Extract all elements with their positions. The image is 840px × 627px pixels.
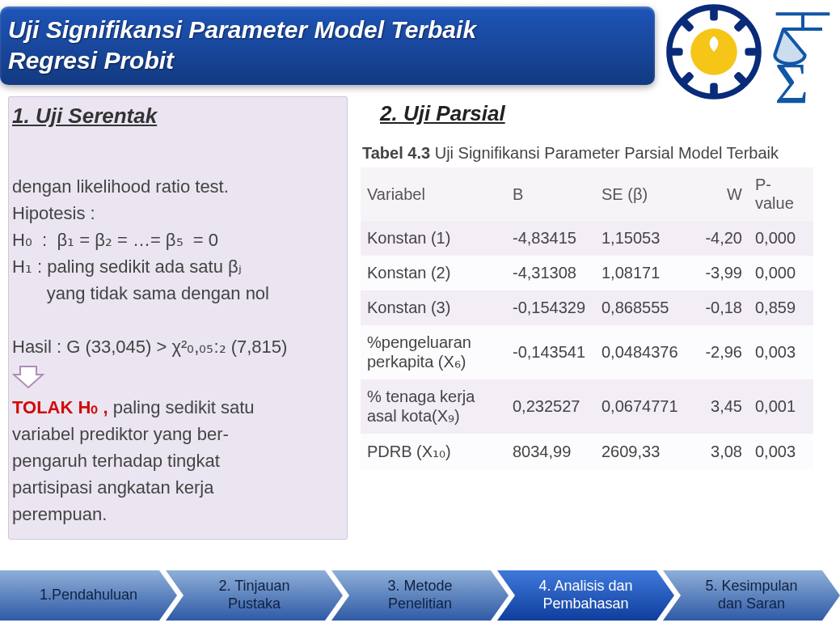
right-panel-uji-parsial: 2. Uji Parsial Tabel 4.3 Uji Signifikans… (356, 96, 832, 540)
table-caption: Tabel 4.3 Uji Signifikansi Parameter Par… (362, 144, 832, 163)
down-arrow-icon (12, 365, 44, 389)
table-caption-rest: Uji Signifikansi Parameter Parsial Model… (430, 144, 779, 162)
table-cell: 3,45 (692, 379, 749, 434)
table-cell: -2,96 (692, 325, 749, 379)
table-cell: -4,20 (692, 221, 749, 256)
table-cell: % tenaga kerja asal kota(X₉) (361, 379, 506, 434)
svg-rect-5 (710, 83, 718, 96)
table-cell: 0,868555 (595, 290, 692, 325)
line-h1b: yang tidak sama dengan nol (12, 283, 269, 303)
table-cell: -0,18 (692, 290, 749, 325)
table-row: Konstan (1)-4,834151,15053-4,200,000 (361, 221, 813, 256)
main-content: 1. Uji Serentak dengan likelihood ratio … (0, 96, 840, 540)
bottom-nav: 1.Pendahuluan2. Tinjauan Pustaka3. Metod… (0, 570, 840, 621)
conclusion-text: TOLAK H₀ , paling sedikit satu variabel … (12, 394, 339, 527)
page-title: Uji Signifikansi Parameter Model Terbaik… (8, 15, 637, 75)
table-cell: 0,003 (749, 325, 813, 379)
table-row: Konstan (2)-4,313081,08171-3,990,000 (361, 256, 813, 290)
table-cell: 2609,33 (595, 434, 692, 469)
table-cell: 1,08171 (595, 256, 692, 290)
table-row: % tenaga kerja asal kota(X₉)0,2325270,06… (361, 379, 813, 434)
nav-step[interactable]: 1.Pendahuluan (0, 570, 177, 621)
table-cell: 0,0674771 (595, 379, 692, 434)
line-h0: H₀ : β₁ = β₂ = …= β₅ = 0 (12, 230, 218, 250)
section1-body: dengan likelihood ratio test. Hipotesis … (12, 146, 339, 360)
table-cell: 0,000 (749, 256, 813, 290)
table-cell: 0,001 (749, 379, 813, 434)
table-body: Konstan (1)-4,834151,15053-4,200,000Kons… (361, 221, 813, 469)
table-row: %pengeluaran perkapita (X₆)-0,1435410,04… (361, 325, 813, 379)
sigma-balance-icon: Σ (770, 3, 835, 100)
line-h1a: H₁ : paling sedikit ada satu βⱼ (12, 256, 242, 277)
nav-step[interactable]: 2. Tinjauan Pustaka (166, 570, 343, 621)
table-cell: -4,83415 (506, 221, 595, 256)
title-banner: Uji Signifikansi Parameter Model Terbaik… (0, 6, 655, 85)
table-cell: 1,15053 (595, 221, 692, 256)
table-cell: PDRB (X₁₀) (361, 434, 506, 469)
th-pvalue: P-value (749, 167, 813, 221)
nav-step-label: 5. Kesimpulan dan Saran (705, 578, 797, 612)
table-cell: Konstan (2) (361, 256, 506, 290)
svg-rect-1 (710, 7, 718, 21)
table-cell: %pengeluaran perkapita (X₆) (361, 325, 506, 379)
header-logos: Σ (665, 3, 835, 100)
nav-step[interactable]: 4. Analisis dan Pembahasan (497, 570, 674, 621)
table-cell: -4,31308 (506, 256, 595, 290)
table-cell: -3,99 (692, 256, 749, 290)
nav-step[interactable]: 5. Kesimpulan dan Saran (663, 570, 840, 621)
title-line1: Uji Signifikansi Parameter Model Terbaik (8, 16, 476, 43)
nav-step-label: 3. Metode Penelitian (387, 578, 452, 612)
parsial-table: Variabel B SE (β) W P-value Konstan (1)-… (361, 167, 813, 469)
table-cell: 3,08 (692, 434, 749, 469)
table-cell: Konstan (3) (361, 290, 506, 325)
svg-rect-7 (669, 48, 683, 56)
th-se: SE (β) (595, 167, 692, 221)
table-row: Konstan (3)-0,1543290,868555-0,180,859 (361, 290, 813, 325)
th-w: W (692, 167, 749, 221)
table-cell: 8034,99 (506, 434, 595, 469)
table-caption-bold: Tabel 4.3 (362, 144, 430, 162)
table-cell: 0,859 (749, 290, 813, 325)
line-intro: dengan likelihood ratio test. (12, 176, 229, 197)
th-variabel: Variabel (361, 167, 506, 221)
table-cell: 0,232527 (506, 379, 595, 434)
tolak-h0-label: TOLAK H₀ , (12, 397, 108, 417)
table-cell: 0,003 (749, 434, 813, 469)
table-cell: Konstan (1) (361, 221, 506, 256)
nav-step-label: 2. Tinjauan Pustaka (218, 578, 289, 612)
line-hasil: Hasil : G (33,045) > χ²₀,₀₅:₂ (7,815) (12, 337, 287, 357)
line-hipotesis: Hipotesis : (12, 203, 95, 223)
nav-step-label: 4. Analisis dan Pembahasan (538, 578, 632, 612)
left-panel-uji-serentak: 1. Uji Serentak dengan likelihood ratio … (8, 96, 348, 540)
th-b: B (506, 167, 595, 221)
table-cell: 0,000 (749, 221, 813, 256)
nav-step[interactable]: 3. Metode Penelitian (331, 570, 509, 621)
nav-step-label: 1.Pendahuluan (40, 587, 137, 604)
svg-rect-3 (745, 48, 758, 56)
its-logo-icon (665, 3, 762, 100)
table-row: PDRB (X₁₀)8034,992609,333,080,003 (361, 434, 813, 469)
table-cell: -0,154329 (506, 290, 595, 325)
title-line2: Regresi Probit (8, 47, 174, 74)
table-header-row: Variabel B SE (β) W P-value (361, 167, 813, 221)
table-cell: 0,0484376 (595, 325, 692, 379)
svg-text:Σ: Σ (775, 51, 808, 112)
table-cell: -0,143541 (506, 325, 595, 379)
section1-heading: 1. Uji Serentak (12, 100, 339, 132)
section2-heading: 2. Uji Parsial (380, 101, 832, 126)
